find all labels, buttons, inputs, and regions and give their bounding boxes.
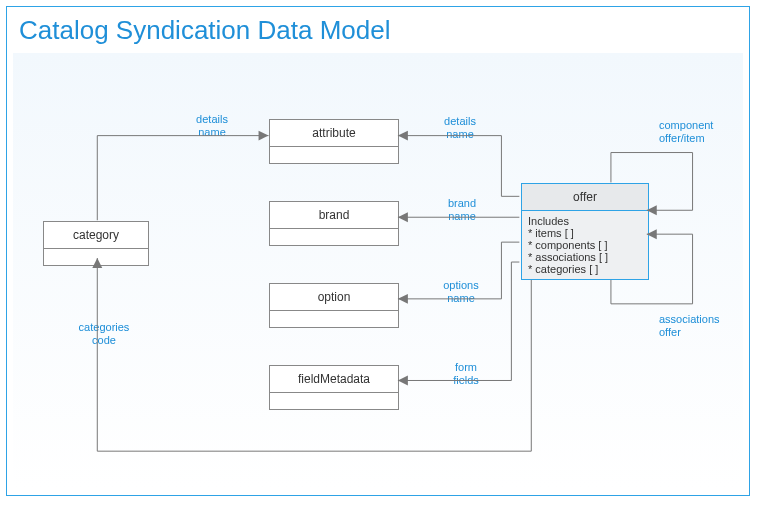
entity-option-header: option: [270, 284, 398, 311]
label-associations-offer: associationsoffer: [659, 313, 737, 339]
label-component-offer-item: componentoffer/item: [659, 119, 737, 145]
entity-attribute-header: attribute: [270, 120, 398, 147]
label-brand-name: brandname: [437, 197, 487, 223]
entity-attribute: attribute: [269, 119, 399, 164]
diagram-frame: Catalog Syndication Data Model category …: [0, 0, 758, 516]
offer-includes-item: * associations [ ]: [528, 251, 642, 263]
label-details-name-left: detailsname: [187, 113, 237, 139]
entity-brand: brand: [269, 201, 399, 246]
entity-offer: offer Includes * items [ ] * components …: [521, 183, 649, 280]
offer-includes-header: Includes: [528, 215, 642, 227]
label-form-fields: formfields: [441, 361, 491, 387]
entity-option: option: [269, 283, 399, 328]
entity-offer-body: Includes * items [ ] * components [ ] * …: [522, 211, 648, 279]
entity-category: category: [43, 221, 149, 266]
svg-marker-1: [398, 131, 408, 141]
entity-option-body: [270, 311, 398, 327]
svg-marker-2: [398, 212, 408, 222]
entity-fieldmetadata: fieldMetadata: [269, 365, 399, 410]
label-details-name-right: detailsname: [435, 115, 485, 141]
entity-category-body: [44, 249, 148, 265]
diagram-title: Catalog Syndication Data Model: [19, 15, 390, 46]
svg-marker-0: [259, 131, 269, 141]
entity-fieldmetadata-header: fieldMetadata: [270, 366, 398, 393]
entity-offer-header: offer: [522, 184, 648, 211]
entity-fieldmetadata-body: [270, 393, 398, 409]
svg-marker-4: [398, 376, 408, 386]
svg-marker-3: [398, 294, 408, 304]
entity-brand-header: brand: [270, 202, 398, 229]
label-options-name: optionsname: [433, 279, 489, 305]
label-categories-code: categoriescode: [69, 321, 139, 347]
entity-attribute-body: [270, 147, 398, 163]
offer-includes-item: * components [ ]: [528, 239, 642, 251]
offer-includes-item: * items [ ]: [528, 227, 642, 239]
diagram-outer-border: Catalog Syndication Data Model category …: [6, 6, 750, 496]
entity-category-header: category: [44, 222, 148, 249]
entity-brand-body: [270, 229, 398, 245]
offer-includes-item: * categories [ ]: [528, 263, 642, 275]
diagram-canvas: category attribute brand option fieldMet…: [13, 53, 743, 489]
